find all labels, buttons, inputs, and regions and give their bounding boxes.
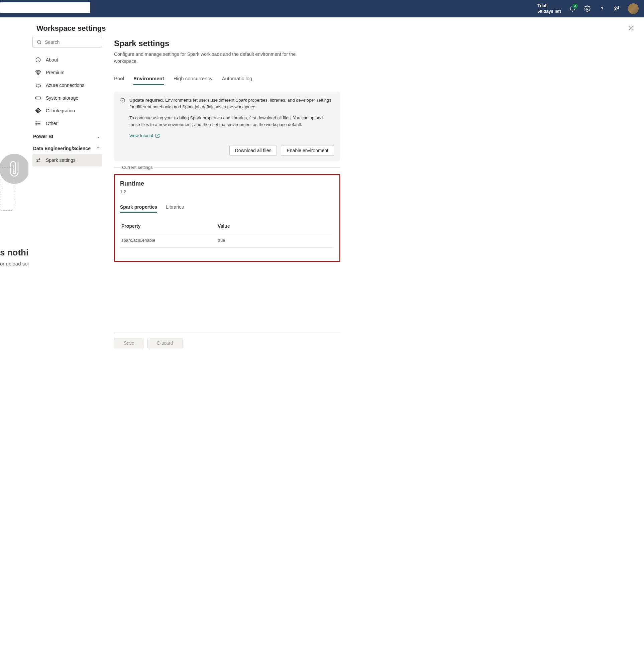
trial-status: Trial: 59 days left [537, 3, 561, 14]
user-avatar[interactable] [628, 3, 639, 14]
settings-icon[interactable] [584, 5, 591, 12]
svg-point-2 [615, 7, 616, 8]
global-search-input[interactable] [0, 2, 90, 13]
notification-icon[interactable]: 3 [569, 5, 576, 12]
help-icon[interactable] [599, 5, 605, 12]
svg-point-3 [618, 6, 619, 7]
feedback-icon[interactable] [613, 5, 620, 12]
svg-point-1 [602, 10, 602, 10]
svg-point-0 [586, 8, 588, 10]
app-header: Trial: 59 days left 3 [0, 0, 644, 17]
notification-badge: 3 [572, 3, 578, 9]
